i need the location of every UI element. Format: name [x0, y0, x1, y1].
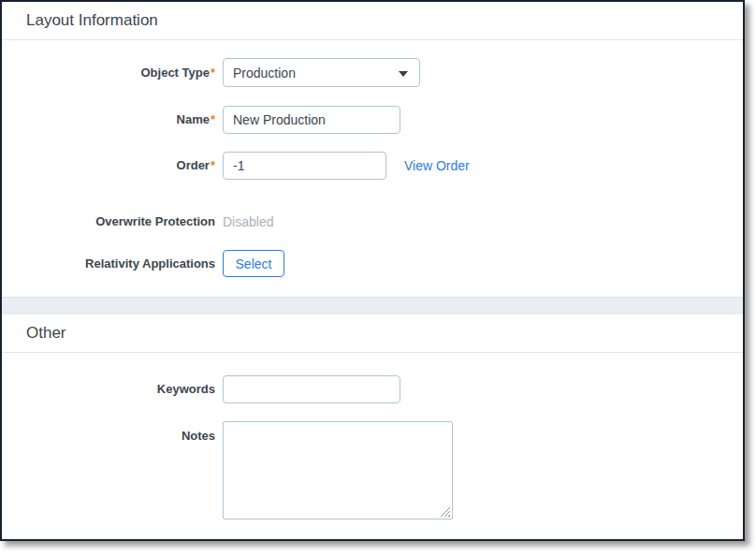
relativity-applications-label: Relativity Applications: [2, 256, 215, 271]
view-order-link[interactable]: View Order: [404, 158, 470, 173]
name-field[interactable]: [223, 106, 400, 134]
other-body: Keywords Notes: [2, 375, 743, 520]
overwrite-protection-value: Disabled: [223, 214, 273, 229]
order-field[interactable]: [223, 152, 386, 180]
required-asterisk: *: [211, 66, 215, 80]
required-asterisk: *: [211, 158, 215, 172]
relativity-applications-select-button[interactable]: Select: [223, 250, 284, 277]
chevron-down-icon: [399, 71, 408, 77]
keywords-label: Keywords: [2, 382, 215, 397]
form-row-relativity-applications: Relativity Applications Select: [2, 250, 743, 277]
form-row-overwrite-protection: Overwrite Protection Disabled: [2, 213, 743, 230]
other-header: Other: [2, 315, 743, 353]
section-title-other: Other: [26, 324, 66, 343]
object-type-selected-value: Production: [233, 66, 296, 80]
form-row-object-type: Object Type* Production: [2, 58, 743, 87]
name-label: Name*: [2, 112, 215, 127]
section-title-layout-information: Layout Information: [26, 11, 158, 30]
layout-information-body: Object Type* Production Name* Order*: [2, 58, 743, 278]
notes-label: Notes: [2, 421, 215, 444]
layout-form-window: Layout Information Object Type* Producti…: [0, 0, 745, 541]
object-type-label: Object Type*: [2, 66, 215, 80]
order-label: Order*: [2, 158, 215, 173]
object-type-dropdown[interactable]: Production: [223, 58, 420, 87]
overwrite-protection-label: Overwrite Protection: [2, 214, 215, 229]
other-section: Other Keywords Notes: [2, 315, 743, 539]
form-row-keywords: Keywords: [2, 375, 743, 403]
form-row-notes: Notes: [2, 421, 743, 519]
required-asterisk: *: [211, 112, 215, 126]
form-row-name: Name*: [2, 106, 743, 134]
notes-field[interactable]: [223, 421, 453, 519]
form-row-order: Order* View Order: [2, 152, 743, 180]
section-divider-gap: [2, 298, 743, 315]
layout-information-header: Layout Information: [2, 2, 743, 40]
layout-information-section: Layout Information Object Type* Producti…: [2, 2, 743, 298]
keywords-field[interactable]: [223, 375, 400, 403]
